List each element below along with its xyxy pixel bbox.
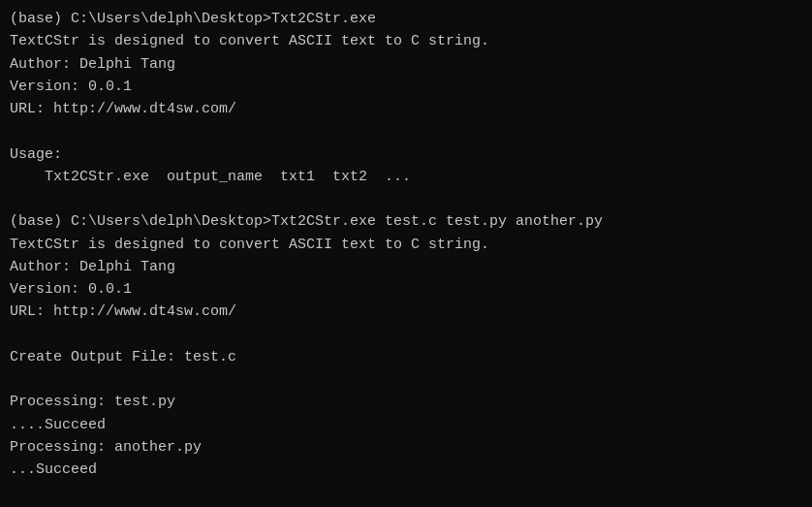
terminal-line: URL: http://www.dt4sw.com/	[10, 98, 802, 120]
terminal-empty-line	[10, 368, 802, 391]
terminal-line: Version: 0.0.1	[10, 278, 802, 301]
terminal-line: Processing: another.py	[10, 436, 802, 459]
terminal-line: URL: http://www.dt4sw.com/	[10, 301, 802, 323]
terminal-empty-line	[10, 324, 802, 346]
terminal-line: Create Output File: test.c	[10, 346, 802, 368]
terminal-line: Txt2CStr.exe output_name txt1 txt2 ...	[10, 166, 802, 188]
terminal-line: (base) C:\Users\delph\Desktop>Txt2CStr.e…	[10, 210, 802, 233]
terminal-line: Author: Delphi Tang	[10, 256, 802, 278]
terminal-line: Version: 0.0.1	[10, 76, 802, 98]
terminal-line: TextCStr is designed to convert ASCII te…	[10, 234, 802, 256]
terminal-line: ...Succeed	[10, 459, 802, 481]
terminal-line: Author: Delphi Tang	[10, 53, 802, 76]
terminal-line: Processing: test.py	[10, 391, 802, 413]
terminal-empty-line	[10, 120, 802, 143]
terminal-line: ....Succeed	[10, 414, 802, 436]
terminal-empty-line	[10, 188, 802, 210]
terminal-line: TextCStr is designed to convert ASCII te…	[10, 30, 802, 52]
terminal-line: Usage:	[10, 143, 802, 166]
terminal-line: (base) C:\Users\delph\Desktop>Txt2CStr.e…	[10, 8, 802, 30]
terminal-window: (base) C:\Users\delph\Desktop>Txt2CStr.e…	[0, 0, 812, 507]
